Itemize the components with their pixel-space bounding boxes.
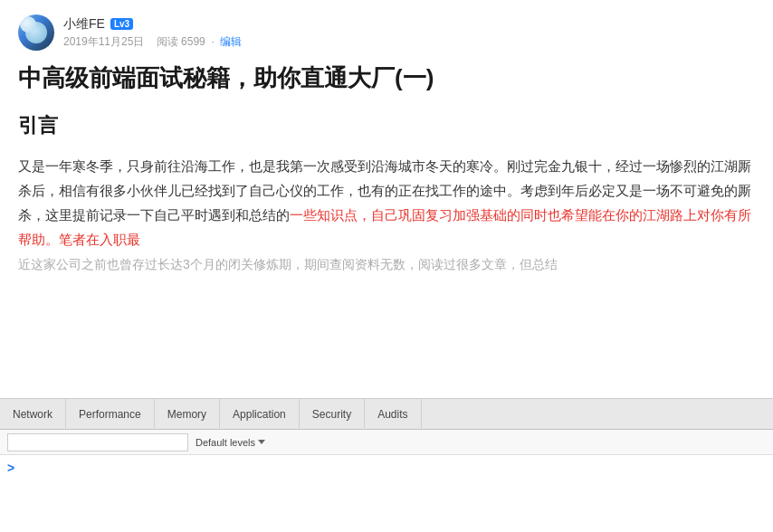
article-date: 2019年11月25日	[63, 35, 144, 48]
console-filter-input[interactable]	[7, 433, 188, 451]
article-body: 又是一年寒冬季，只身前往沿海工作，也是我第一次感受到沿海城市冬天的寒冷。刚过完金…	[18, 154, 755, 276]
article-title: 中高级前端面试秘籍，助你直通大厂(一)	[18, 62, 755, 94]
article-area: 小维FE Lv3 2019年11月25日 阅读 6599 · 编辑 中高级前端面…	[0, 0, 773, 398]
prompt-arrow-icon[interactable]: >	[7, 461, 14, 475]
devtools-panel: Network Performance Memory Application S…	[0, 398, 773, 532]
tabs-bar: Network Performance Memory Application S…	[0, 399, 773, 430]
section-heading: 引言	[18, 112, 755, 139]
tab-performance[interactable]: Performance	[66, 399, 155, 430]
tab-network[interactable]: Network	[0, 399, 66, 430]
default-levels-label: Default levels	[196, 437, 255, 448]
author-name-row: 小维FE Lv3	[63, 16, 242, 33]
highlight-1: 一些知识点，自己巩固复习加强基础的同时也希望能在你的江湖路上对你有所帮助。笔者在…	[18, 207, 751, 247]
edit-link[interactable]: 编辑	[220, 35, 242, 48]
author-meta: 2019年11月25日 阅读 6599 · 编辑	[63, 34, 242, 50]
chevron-down-icon	[258, 440, 265, 444]
tab-audits[interactable]: Audits	[365, 399, 421, 430]
default-levels-button[interactable]: Default levels	[196, 437, 265, 448]
author-info: 小维FE Lv3 2019年11月25日 阅读 6599 · 编辑	[63, 16, 242, 50]
tab-application[interactable]: Application	[220, 399, 300, 430]
console-content: >	[0, 455, 773, 532]
console-prompt: >	[7, 459, 766, 477]
avatar	[18, 14, 54, 51]
body-text-1: 又是一年寒冬季，只身前往沿海工作，也是我第一次感受到沿海城市冬天的寒冷。刚过完金…	[18, 158, 751, 247]
body-text-2: 近这家公司之前也曾存过长达3个月的闭关修炼期，期间查阅资料无数，阅读过很多文章，…	[18, 257, 558, 271]
console-toolbar: Default levels	[0, 430, 773, 455]
article-reads: 阅读 6599	[157, 35, 205, 48]
author-name: 小维FE	[63, 16, 105, 33]
level-badge: Lv3	[110, 18, 133, 30]
tab-memory[interactable]: Memory	[155, 399, 220, 430]
tab-security[interactable]: Security	[300, 399, 365, 430]
author-row: 小维FE Lv3 2019年11月25日 阅读 6599 · 编辑	[18, 14, 755, 51]
